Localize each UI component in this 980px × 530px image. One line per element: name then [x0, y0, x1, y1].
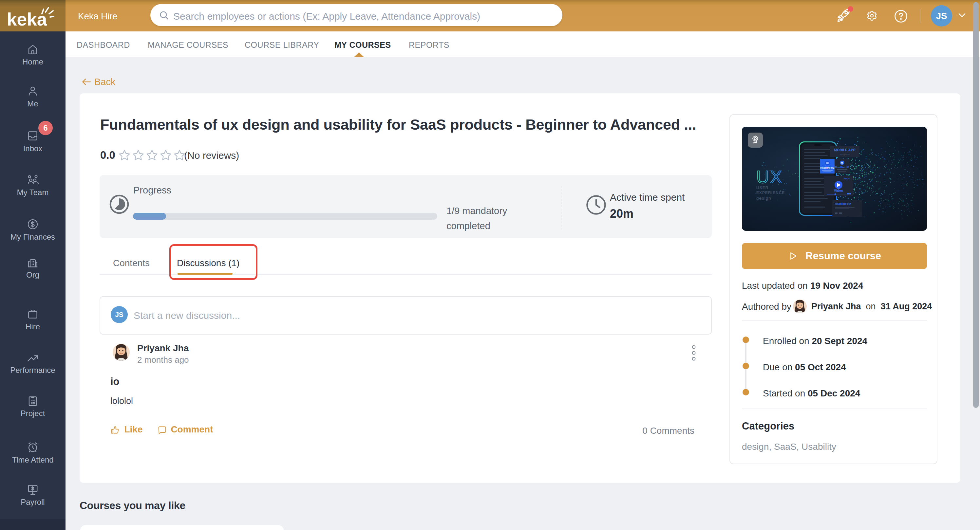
svg-text:Headline H2: Headline H2 [835, 166, 849, 168]
svg-text:Rec ●: Rec ● [843, 178, 850, 180]
svg-text:design: design [756, 196, 772, 201]
svg-text:MOBILE APP: MOBILE APP [834, 148, 856, 152]
svg-text:Headline H2: Headline H2 [821, 166, 835, 169]
svg-text:Video: Video [834, 189, 843, 192]
svg-text:template: template [840, 153, 850, 156]
svg-text:UX: UX [756, 167, 783, 187]
svg-text:EXPERIENCE: EXPERIENCE [756, 190, 785, 195]
svg-text:USER: USER [756, 186, 768, 190]
svg-text:Headline H2: Headline H2 [835, 202, 851, 206]
